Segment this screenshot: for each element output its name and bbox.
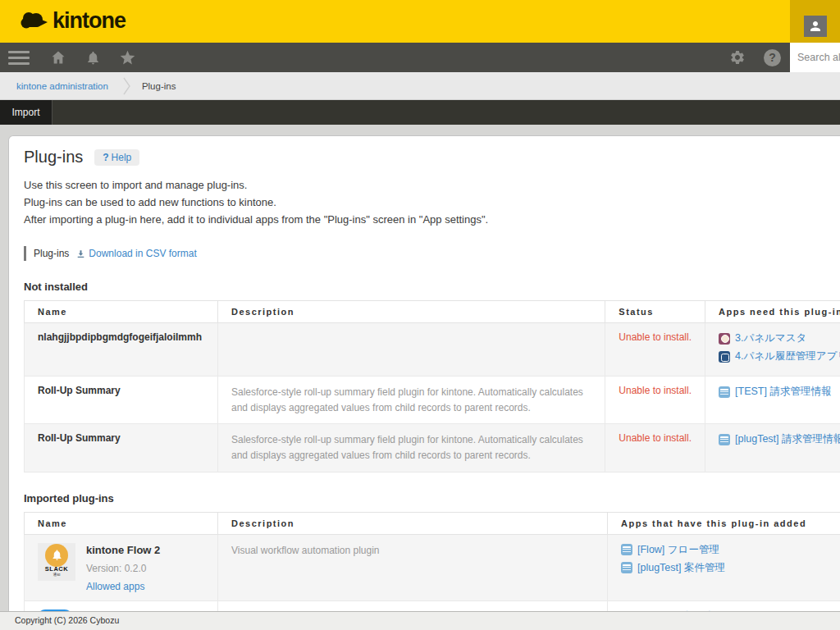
global-navbar: ? bbox=[0, 43, 840, 72]
column-header: Apps that have this plug-in added bbox=[608, 512, 840, 534]
plugin-description-cell bbox=[217, 323, 605, 377]
intro-text: Use this screen to import and manage plu… bbox=[24, 176, 840, 228]
table-app-icon bbox=[621, 562, 632, 573]
plugin-version: Version: 0.2.0 bbox=[86, 563, 160, 574]
help-question-icon[interactable]: ? bbox=[764, 49, 781, 66]
app-link[interactable]: [plugTest] 案件管理 bbox=[637, 561, 725, 575]
nav-left-group bbox=[0, 43, 144, 72]
column-header: Description bbox=[218, 512, 608, 534]
app-link-row: [TEST] 請求管理情報 bbox=[719, 385, 840, 399]
breadcrumb: kintone administration Plug-ins bbox=[0, 72, 840, 100]
slack-bell-plugin-icon: SLACK通知 bbox=[38, 543, 75, 581]
favorites-star-icon[interactable] bbox=[110, 43, 144, 72]
apps-cell: 3.パネルマスタ4.パネル履歴管理アプリ bbox=[705, 323, 840, 377]
app-link[interactable]: 3.パネルマスタ bbox=[735, 331, 806, 345]
section-label: Plug-ins bbox=[34, 248, 69, 259]
app-link[interactable]: 4.パネル履歴管理アプリ bbox=[735, 349, 840, 363]
help-button[interactable]: ?Help bbox=[94, 149, 139, 166]
table-app-icon bbox=[719, 386, 730, 398]
imported-table: NameDescriptionApps that have this plug-… bbox=[24, 512, 840, 611]
intro-line: Use this screen to import and manage plu… bbox=[24, 176, 840, 194]
column-header: Name bbox=[25, 301, 218, 323]
admin-toolbar: Import bbox=[0, 100, 840, 125]
app-link-row: [plugTest] 請求管理情報 bbox=[719, 432, 840, 446]
table-row: Roll-Up SummarySalesforce-style roll-up … bbox=[25, 424, 840, 472]
global-search bbox=[790, 43, 840, 72]
cloud-logo-icon bbox=[20, 9, 49, 34]
search-input[interactable] bbox=[790, 43, 840, 72]
user-menu-button[interactable] bbox=[790, 0, 840, 43]
plugin-cell: AI✦✦AI Meeting Summary Plugin (Subscript… bbox=[38, 609, 204, 611]
table-row: nlahgjjbpdipbgmdgfogeifjaloilmmhUnable t… bbox=[25, 323, 840, 377]
bell-icon bbox=[45, 544, 68, 567]
apps-cell: [Flow] フロー管理[plugTest] 案件管理 bbox=[608, 534, 840, 601]
person-app-icon bbox=[719, 333, 730, 345]
app-link-row: [plugTest] 案件管理 bbox=[621, 561, 840, 575]
app-link[interactable]: [Flow] フロー管理 bbox=[637, 543, 719, 557]
content-area: Plug-ins ?Help Use this screen to import… bbox=[0, 125, 840, 611]
table-header-row: NameDescriptionStatusApps need this plug… bbox=[25, 301, 840, 323]
app-link-row: [plugTest] 契約書 bbox=[621, 609, 840, 611]
logo-text: kintone bbox=[52, 8, 126, 34]
app-link[interactable]: [TEST] 請求管理情報 bbox=[735, 385, 831, 399]
app-header: kintone bbox=[0, 0, 840, 43]
table-app-icon bbox=[719, 434, 730, 445]
status-cell: Unable to install. bbox=[605, 424, 705, 472]
not-installed-heading: Not installed bbox=[24, 281, 840, 293]
imported-heading: Imported plug-ins bbox=[24, 492, 840, 504]
plugin-description-cell: Salesforce-style roll-up summary field p… bbox=[217, 424, 605, 472]
intro-line: Plug-ins can be used to add new function… bbox=[24, 194, 840, 211]
user-icon bbox=[808, 19, 823, 34]
import-tab[interactable]: Import bbox=[0, 100, 52, 125]
plugin-name-cell: SLACK通知kintone Flow 2Version: 0.2.0Allow… bbox=[25, 534, 218, 601]
menu-icon[interactable] bbox=[8, 48, 30, 68]
slack-label: SLACK bbox=[45, 565, 68, 573]
column-header: Name bbox=[25, 512, 218, 534]
app-link-row: 3.パネルマスタ bbox=[719, 331, 840, 345]
apps-cell: [TEST] 請求管理情報 bbox=[705, 377, 840, 424]
avatar bbox=[804, 16, 827, 37]
app-link[interactable]: [plugTest] 契約書 bbox=[637, 609, 714, 611]
home-icon[interactable] bbox=[41, 43, 75, 72]
plugin-name-cell: AI✦✦AI Meeting Summary Plugin (Subscript… bbox=[25, 601, 218, 611]
column-header: Status bbox=[605, 301, 705, 323]
allowed-apps-link[interactable]: Allowed apps bbox=[86, 581, 144, 592]
plugins-section-bar: Plug-ins Download in CSV format bbox=[24, 246, 840, 261]
plugin-meta: kintone Flow 2Version: 0.2.0Allowed apps bbox=[86, 543, 160, 593]
status-cell: Unable to install. bbox=[605, 377, 705, 424]
plugin-description-cell: Visual workflow automation plugin bbox=[218, 534, 608, 601]
plugin-name: kintone Flow 2 bbox=[86, 543, 160, 558]
plugin-description-cell: Summarize meeting notes with Claude / Op… bbox=[218, 601, 608, 611]
table-row: SLACK通知kintone Flow 2Version: 0.2.0Allow… bbox=[25, 534, 840, 601]
chevron-right-icon bbox=[123, 77, 130, 95]
status-cell: Unable to install. bbox=[605, 323, 705, 377]
plugin-name: AI Meeting Summary Plugin (Subscription) bbox=[83, 609, 204, 611]
download-icon bbox=[75, 249, 86, 259]
page-title: Plug-ins bbox=[24, 148, 83, 167]
ai-chat-plugin-icon: AI✦✦ bbox=[38, 609, 72, 611]
breadcrumb-parent-link[interactable]: kintone administration bbox=[16, 81, 108, 91]
breadcrumb-current: Plug-ins bbox=[142, 81, 176, 91]
not-installed-table: NameDescriptionStatusApps need this plug… bbox=[24, 300, 840, 472]
kintone-logo[interactable]: kintone bbox=[20, 8, 126, 34]
app-link-row: [Flow] フロー管理 bbox=[621, 543, 840, 557]
column-header: Description bbox=[217, 301, 605, 323]
table-row: Roll-Up SummarySalesforce-style roll-up … bbox=[25, 377, 840, 424]
plugin-name-cell: Roll-Up Summary bbox=[25, 377, 218, 424]
slack-sublabel: 通知 bbox=[53, 573, 61, 577]
square-app-icon bbox=[719, 351, 730, 363]
app-link[interactable]: [plugTest] 請求管理情報 bbox=[735, 432, 840, 446]
settings-gear-icon[interactable] bbox=[720, 43, 755, 72]
table-header-row: NameDescriptionApps that have this plug-… bbox=[25, 512, 840, 534]
plugin-name-cell: Roll-Up Summary bbox=[25, 424, 218, 472]
table-row: AI✦✦AI Meeting Summary Plugin (Subscript… bbox=[25, 601, 840, 611]
copyright-text: Copyright (C) 2026 Cybozu bbox=[15, 615, 119, 625]
csv-download-link[interactable]: Download in CSV format bbox=[75, 248, 196, 259]
plugin-name-cell: nlahgjjbpdipbgmdgfogeifjaloilmmh bbox=[25, 323, 218, 377]
plugin-cell: SLACK通知kintone Flow 2Version: 0.2.0Allow… bbox=[38, 543, 204, 593]
intro-line: After importing a plug-in here, add it t… bbox=[24, 211, 840, 228]
footer: Copyright (C) 2026 Cybozu bbox=[0, 611, 840, 630]
plugin-meta: AI Meeting Summary Plugin (Subscription)… bbox=[83, 609, 204, 611]
nav-right-group: ? bbox=[720, 43, 790, 72]
notifications-bell-icon[interactable] bbox=[75, 43, 110, 72]
